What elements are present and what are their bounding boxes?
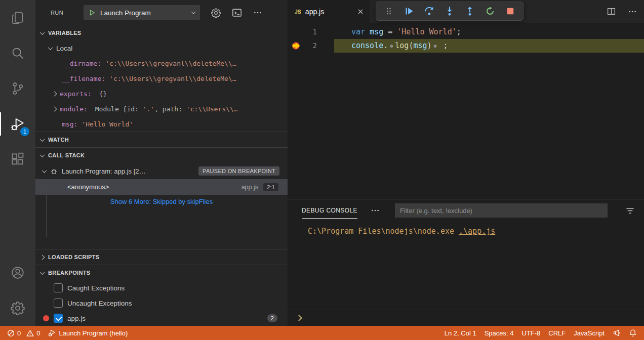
breakpoint-row-uncaught-exceptions[interactable]: Uncaught Exceptions (35, 295, 288, 311)
activity-source-control[interactable] (0, 71, 35, 106)
debug-session-status[interactable]: Launch Program (hello) (44, 326, 132, 340)
breakpoint-label: Caught Exceptions (67, 284, 125, 292)
code-line-1[interactable]: 1 var msg = 'Hello World'; (288, 25, 644, 39)
continue-button[interactable] (399, 3, 419, 19)
checkbox-unchecked[interactable] (54, 299, 63, 308)
source-control-icon (10, 81, 25, 96)
call-stack-section-header[interactable]: CALL STACK (35, 148, 288, 163)
stack-frame-position-badge: 2:1 (263, 183, 278, 191)
variable-name: module: (60, 105, 88, 113)
breakpoints-section-header[interactable]: BREAKPOINTS (35, 265, 288, 280)
indentation-status[interactable]: Spaces: 4 (480, 329, 518, 337)
editor-gutter[interactable]: 1 (288, 25, 334, 39)
variable-value: {} (99, 90, 107, 98)
variable-name: __dirname: (62, 60, 101, 67)
tab-appjs[interactable]: JS app.js (288, 0, 370, 23)
console-file-link[interactable]: .\app.js (459, 227, 495, 236)
variables-section-title: VARIABLES (48, 30, 81, 36)
variable-value: Module {id: '.', path: 'c:\\Users\\… (95, 105, 238, 113)
loaded-scripts-section-header[interactable]: LOADED SCRIPTS (35, 249, 288, 265)
grip-icon (385, 6, 392, 16)
code-line-2[interactable]: 2 console.●log(msg)● ; (288, 39, 644, 53)
more-actions-icon[interactable] (253, 8, 262, 17)
breakpoint-row-appjs[interactable]: app.js 2 (35, 311, 288, 326)
debug-repl-input[interactable] (288, 310, 644, 326)
language-mode-status[interactable]: JavaScript (570, 329, 609, 337)
account-icon (10, 265, 25, 280)
debug-session-label: Launch Program (hello) (59, 329, 128, 337)
encoding-status[interactable]: UTF-8 (518, 329, 545, 337)
variable-row-msg[interactable]: msg:'Hello World' (35, 116, 288, 132)
activity-explorer[interactable] (0, 0, 35, 35)
debug-console-output: C:\Program Files\nodejs\node.exe .\app.j… (288, 222, 644, 310)
notifications-status[interactable] (625, 329, 641, 337)
cursor-position-status[interactable]: Ln 2, Col 1 (440, 329, 480, 337)
feedback-status[interactable] (609, 329, 625, 337)
problems-status[interactable]: 0 0 (3, 326, 44, 340)
console-output-line: C:\Program Files\nodejs\node.exe .\app.j… (308, 227, 644, 236)
chevron-right-icon (52, 91, 57, 96)
chevron-down-icon (40, 30, 45, 35)
step-out-icon (465, 6, 475, 16)
breakpoint-label: app.js (67, 315, 86, 322)
chevron-down-icon (191, 10, 195, 14)
warning-icon (26, 329, 34, 337)
vscode-window: 1 RUN Launch Program (0, 0, 644, 340)
step-over-button[interactable] (419, 3, 439, 19)
checkbox-unchecked[interactable] (54, 283, 63, 292)
editor-more-icon[interactable] (628, 7, 637, 16)
chevron-down-icon (40, 152, 45, 157)
toolbar-drag-handle[interactable] (379, 3, 399, 19)
debug-toolbar (376, 2, 524, 21)
activity-extensions[interactable] (0, 142, 35, 177)
panel-more-icon[interactable] (371, 206, 380, 215)
close-tab-icon[interactable] (356, 8, 365, 16)
stop-button[interactable] (500, 3, 520, 19)
activity-accounts[interactable] (0, 255, 35, 290)
step-into-button[interactable] (439, 3, 460, 19)
line-number: 1 (305, 25, 317, 39)
chevron-right-icon (40, 254, 45, 260)
extensions-icon (10, 152, 25, 167)
tab-debug-console[interactable]: DEBUG CONSOLE (302, 207, 357, 214)
status-bar: 0 0 Launch Program (hello) Ln 2, Col 1 S… (0, 326, 644, 340)
activity-search[interactable] (0, 35, 35, 71)
breakpoint-count-badge: 2 (267, 314, 277, 322)
activity-settings[interactable] (0, 290, 35, 326)
editor-gutter[interactable]: 2 (288, 39, 334, 53)
scope-label: Local (56, 45, 72, 52)
show-more-frames-link[interactable]: Show 6 More: Skipped by skipFiles (35, 195, 288, 208)
variable-row-module[interactable]: module:Module {id: '.', path: 'c:\\Users… (35, 101, 288, 116)
variable-row-dirname[interactable]: __dirname:'c:\\Users\\gregvanl\\deleteMe… (35, 56, 288, 71)
variable-row-filename[interactable]: __filename:'c:\\Users\\gregvanl\\deleteM… (35, 71, 288, 86)
filter-icon[interactable] (625, 206, 635, 216)
variables-section-header[interactable]: VARIABLES (35, 25, 288, 40)
activity-run-debug[interactable]: 1 (0, 106, 35, 142)
code-editor[interactable]: 1 var msg = 'Hello World'; 2 console.●lo… (288, 23, 644, 199)
activity-bar-bottom (0, 255, 35, 326)
stack-frame-row[interactable]: <anonymous> app.js 2:1 (35, 179, 288, 195)
loaded-scripts-section-title: LOADED SCRIPTS (48, 254, 99, 260)
repl-prompt-icon (296, 315, 302, 321)
split-editor-icon[interactable] (607, 7, 616, 16)
debug-session-row[interactable]: Launch Program: app.js [2… PAUSED ON BRE… (35, 163, 288, 179)
watch-section-header[interactable]: WATCH (35, 132, 288, 147)
javascript-file-icon: JS (295, 9, 301, 15)
console-filter-input[interactable] (395, 203, 608, 218)
restart-button[interactable] (480, 3, 500, 19)
eol-status[interactable]: CRLF (544, 329, 570, 337)
breakpoint-row-caught-exceptions[interactable]: Caught Exceptions (35, 280, 288, 295)
variable-value: 'Hello World' (82, 120, 133, 128)
watch-section-title: WATCH (48, 137, 69, 143)
variable-row-exports[interactable]: exports:{} (35, 86, 288, 101)
debug-console-icon[interactable] (232, 8, 242, 18)
checkbox-checked[interactable] (54, 314, 63, 323)
launch-config-name: Launch Program (100, 9, 151, 17)
editor-actions (607, 0, 637, 23)
error-icon (7, 329, 15, 337)
chevron-down-icon (40, 137, 45, 142)
launch-config-dropdown[interactable]: Launch Program (84, 5, 200, 20)
scope-local-row[interactable]: Local (35, 40, 288, 56)
step-out-button[interactable] (460, 3, 480, 19)
configure-gear-icon[interactable] (211, 8, 221, 18)
